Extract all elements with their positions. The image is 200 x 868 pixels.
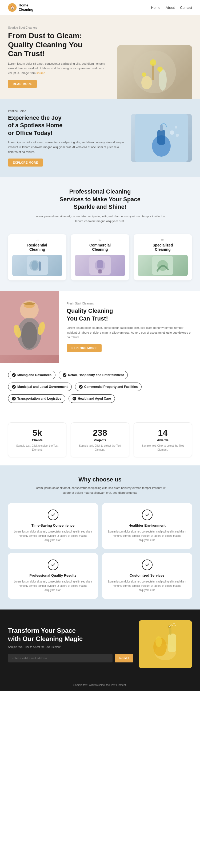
- spotless-img-visual: [131, 114, 192, 162]
- check-icon-1: [12, 373, 16, 377]
- svg-point-36: [12, 397, 16, 400]
- svg-rect-21: [98, 270, 102, 274]
- svg-rect-20: [97, 260, 103, 268]
- service-card-img-3: [138, 255, 188, 276]
- why-choose-header: Why choose us Lorem ipsum dolor sit amet…: [8, 476, 192, 495]
- service-card-title-2: CommercialCleaning: [75, 243, 125, 252]
- spotless-section: Pristine Shine Experience the Joyof a Sp…: [0, 99, 200, 178]
- quality-title: Quality CleaningYou Can Trust!: [67, 307, 192, 322]
- transform-img-visual: [139, 620, 192, 668]
- hero-text: Lorem ipsum dolor sit amet, consectetur …: [8, 61, 112, 76]
- industry-tag-commercial[interactable]: Commercial Property and Facilities: [75, 382, 142, 391]
- svg-point-44: [156, 636, 162, 647]
- svg-point-37: [73, 397, 76, 400]
- stat-awards-label: Awards: [138, 438, 188, 442]
- stat-projects-label: Projects: [75, 438, 124, 442]
- industries-section: Mining and Resources Retail, Hospitality…: [0, 363, 200, 414]
- svg-point-11: [170, 130, 174, 135]
- stats-section: 5k Clients Sample text. Click to select …: [0, 414, 200, 465]
- check-svg-4: [145, 562, 150, 567]
- checkmark-circle-1: [48, 509, 58, 520]
- quality-cta-button[interactable]: EXPLORE MORE: [67, 344, 102, 352]
- hero-illustration: [131, 48, 179, 96]
- stat-awards-desc: Sample text. Click to select the Text El…: [138, 444, 188, 452]
- hero-section: Sparkle Spot Cleaners From Dust to Gleam…: [0, 15, 200, 99]
- svg-point-34: [12, 385, 16, 389]
- spotless-image: [131, 114, 192, 162]
- navbar: 🏠 HomeCleaning Home About Contact: [0, 0, 200, 15]
- svg-point-0: [133, 51, 176, 93]
- services-header: Professional CleaningServices to Make Yo…: [0, 177, 200, 229]
- why-card-title-time: Time-Saving Convenience: [13, 523, 92, 527]
- hero-content: Sparkle Spot Cleaners From Dust to Gleam…: [8, 26, 117, 99]
- why-card-icon-quality: [48, 559, 58, 570]
- industry-label-retail: Retail, Hospitality and Entertainment: [68, 373, 124, 377]
- service-card-title-3: SpecializedCleaning: [138, 243, 188, 252]
- transform-form: SUBMIT: [8, 654, 133, 662]
- submit-button[interactable]: SUBMIT: [115, 654, 133, 662]
- checkmark-circle-3: [48, 559, 58, 570]
- stat-awards[interactable]: 14 Awards Sample text. Click to select t…: [133, 422, 192, 457]
- industry-tag-retail[interactable]: Retail, Hospitality and Entertainment: [59, 371, 128, 379]
- transform-title: Transform Your Spacewith Our Cleaning Ma…: [8, 626, 133, 643]
- why-cards-grid: Time-Saving Convenience Lorem ipsum dolo…: [8, 503, 192, 599]
- service-card-specialized[interactable]: 03 SpecializedCleaning: [133, 234, 192, 280]
- industry-label-commercial-prop: Commercial Property and Facilities: [84, 385, 138, 389]
- why-card-text-custom: Lorem ipsum dolor sit amet, consectetur …: [108, 580, 187, 592]
- service-cards: 01 ResidentialCleaning 02 CommercialClea…: [0, 229, 200, 291]
- why-card-health[interactable]: Healthier Environment Lorem ipsum dolor …: [102, 503, 192, 549]
- why-card-time[interactable]: Time-Saving Convenience Lorem ipsum dolo…: [8, 503, 98, 549]
- why-card-icon-health: [142, 509, 153, 520]
- stat-awards-number: 14: [138, 428, 188, 438]
- spotless-content: Pristine Shine Experience the Joyof a Sp…: [8, 109, 125, 167]
- why-card-quality[interactable]: Professional Quality Results Lorem ipsum…: [8, 553, 98, 599]
- stat-projects[interactable]: 238 Projects Sample text. Click to selec…: [71, 422, 129, 457]
- industry-tag-transport[interactable]: Transportation and Logistics: [8, 394, 65, 403]
- logo[interactable]: 🏠 HomeCleaning: [8, 3, 33, 12]
- quality-illustration: [0, 291, 59, 355]
- service-card-img-2: [75, 255, 125, 276]
- quality-text: Lorem ipsum dolor sit amet, consectetur …: [67, 326, 192, 340]
- hero-img-visual: [117, 45, 192, 99]
- email-input[interactable]: [8, 654, 113, 662]
- industry-tag-health[interactable]: Health and Aged Care: [69, 394, 115, 403]
- why-card-text-health: Lorem ipsum dolor sit amet, consectetur …: [108, 530, 187, 542]
- transform-section: Transform Your Spacewith Our Cleaning Ma…: [0, 610, 200, 679]
- stat-clients-number: 5k: [12, 428, 62, 438]
- svg-point-13: [176, 134, 179, 137]
- svg-point-5: [157, 67, 163, 72]
- service-card-commercial[interactable]: 02 CommercialCleaning: [71, 234, 129, 280]
- svg-point-35: [79, 385, 83, 389]
- svg-rect-10: [160, 125, 163, 131]
- nav-home[interactable]: Home: [151, 6, 161, 10]
- why-card-title-health: Healthier Environment: [108, 523, 187, 527]
- nav-contact[interactable]: Contact: [180, 6, 192, 10]
- stat-clients[interactable]: 5k Clients Sample text. Click to select …: [8, 422, 67, 457]
- industry-row-2: Municipal and Local Government Commercia…: [8, 382, 192, 391]
- logo-text: HomeCleaning: [19, 3, 33, 11]
- why-card-title-custom: Customized Services: [108, 574, 187, 578]
- check-icon-2: [63, 373, 67, 377]
- stat-projects-number: 238: [75, 428, 124, 438]
- industry-label-health: Health and Aged Care: [78, 397, 111, 400]
- hero-link[interactable]: source: [36, 71, 45, 74]
- quality-image: [0, 291, 59, 363]
- quality-label: Fresh Start Cleaners: [67, 302, 192, 305]
- footer: Sample text. Click to select the Text El…: [0, 679, 200, 691]
- check-svg-1: [50, 512, 56, 518]
- svg-point-6: [142, 72, 146, 77]
- service-img-visual-1: [12, 255, 62, 276]
- svg-rect-16: [39, 261, 41, 271]
- hero-title: From Dust to Gleam:Quality Cleaning YouC…: [8, 31, 112, 58]
- spotless-cta-button[interactable]: EXPLORE MORE: [8, 158, 43, 166]
- why-card-custom[interactable]: Customized Services Lorem ipsum dolor si…: [102, 553, 192, 599]
- nav-about[interactable]: About: [166, 6, 175, 10]
- hero-cta-button[interactable]: READ MORE: [8, 80, 37, 88]
- industry-label-municipal: Municipal and Local Government: [17, 385, 68, 389]
- industry-tag-municipal[interactable]: Municipal and Local Government: [8, 382, 72, 391]
- hero-label: Sparkle Spot Cleaners: [8, 26, 112, 29]
- industry-tag-mining[interactable]: Mining and Resources: [8, 371, 55, 379]
- industry-label-mining: Mining and Resources: [17, 373, 51, 377]
- logo-icon: 🏠: [8, 3, 16, 12]
- service-card-residential[interactable]: 01 ResidentialCleaning: [8, 234, 67, 280]
